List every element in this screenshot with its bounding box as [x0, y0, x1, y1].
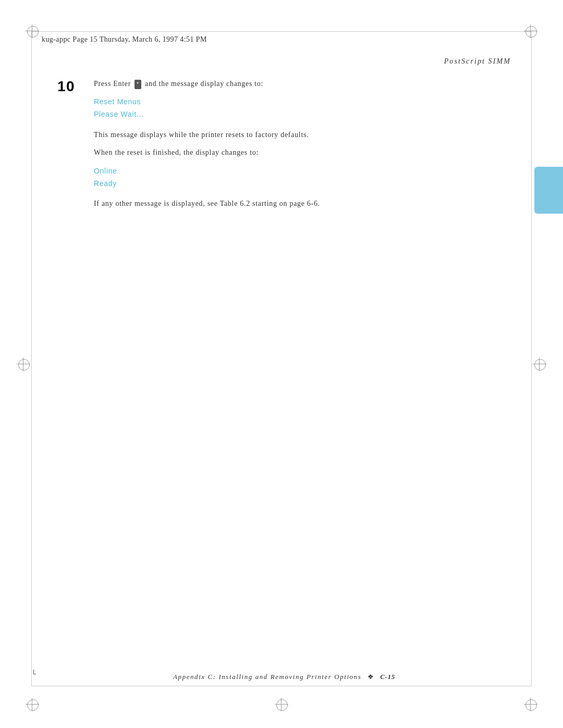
- page-container: kug-appc Page 15 Thursday, March 6, 1997…: [0, 0, 563, 728]
- reg-mark-top-left: [27, 26, 38, 36]
- l-mark: L: [33, 669, 36, 676]
- step-content: Press Enter * and the message display ch…: [94, 78, 511, 210]
- step-number: 10: [57, 78, 75, 95]
- reg-mark-mid-left: [18, 359, 29, 369]
- border-left: [31, 31, 32, 686]
- display-line-online: Online: [94, 165, 511, 178]
- border-bottom: [31, 686, 532, 686]
- reg-mark-bottom-center: [276, 699, 287, 710]
- step-instruction: Press Enter * and the message display ch…: [94, 78, 511, 90]
- footer-page-number: C-15: [380, 673, 395, 681]
- instruction-suffix: and the message display changes to:: [145, 80, 263, 88]
- border-right: [531, 31, 532, 686]
- reg-mark-bottom-right: [525, 699, 536, 710]
- display-message-block-2: Online Ready: [94, 165, 511, 190]
- enter-key-icon: *: [134, 80, 141, 89]
- border-top: [31, 31, 532, 32]
- display-line-ready: Ready: [94, 178, 511, 190]
- reg-mark-top-right: [525, 26, 536, 36]
- display-line-reset-menus: Reset Menus: [94, 96, 511, 108]
- header-filename: kug-appc Page 15 Thursday, March 6, 1997…: [42, 35, 207, 44]
- content-area: 10 Press Enter * and the message display…: [57, 78, 511, 216]
- footer-appendix-text: Appendix C: Installing and Removing Prin…: [173, 673, 361, 681]
- body-text-2: When the reset is finished, the display …: [94, 147, 511, 158]
- body-text-1: This message displays while the printer …: [94, 129, 511, 141]
- display-message-block-1: Reset Menus Please Wait...: [94, 96, 511, 121]
- instruction-press-enter: Press Enter: [94, 80, 131, 88]
- header-title: PostScript SIMM: [444, 57, 511, 66]
- display-line-please-wait: Please Wait...: [94, 108, 511, 121]
- reg-mark-bottom-left: [27, 699, 38, 710]
- footer-area: Appendix C: Installing and Removing Prin…: [57, 672, 511, 681]
- body-text-3: If any other message is displayed, see T…: [94, 198, 511, 209]
- reg-mark-mid-right: [534, 359, 545, 369]
- blue-tab-decoration: [534, 167, 563, 214]
- footer-diamond: ❖: [368, 673, 374, 681]
